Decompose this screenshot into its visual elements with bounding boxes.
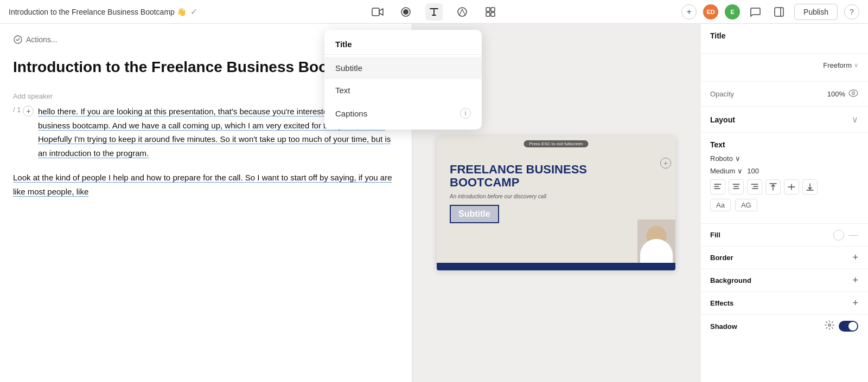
transcript-text-2[interactable]: Look at the kind of people I help and ho… — [13, 171, 399, 198]
dropdown-title: Title — [324, 34, 482, 52]
fill-remove[interactable]: — — [848, 229, 858, 241]
dropdown-item-subtitle[interactable]: Subtitle — [324, 57, 482, 79]
record-tool-button[interactable] — [397, 3, 414, 21]
text-tool-button[interactable] — [425, 3, 443, 21]
layout-expand-icon[interactable]: ∨ — [852, 114, 858, 125]
slide-person — [637, 219, 675, 263]
avatar-e: E — [725, 4, 740, 20]
border-add-button[interactable]: + — [852, 252, 858, 263]
publish-button[interactable]: Publish — [794, 4, 838, 20]
rp-text-section: Text Roboto ∨ Medium ∨ 100 — [700, 133, 868, 224]
shadow-toggle[interactable] — [839, 321, 858, 332]
rp-freeform-row: Freeform ∨ — [710, 61, 858, 69]
svg-point-9 — [14, 36, 22, 43]
svg-rect-0 — [372, 8, 379, 16]
rp-shadow-row: Shadow — [700, 315, 868, 338]
layout-label: Layout — [710, 115, 735, 124]
topbar-title: Introduction to the Freelance Business B… — [9, 7, 288, 17]
captions-info-icon[interactable]: i — [460, 108, 471, 119]
opacity-value: 100% — [827, 90, 845, 98]
dropdown-divider — [324, 54, 482, 55]
background-add-button[interactable]: + — [852, 275, 858, 286]
right-panel: Title Freeform ∨ Opacity 100% — [700, 24, 868, 382]
avatar-ed: ED — [703, 4, 718, 20]
freeform-value[interactable]: Freeform ∨ — [823, 61, 858, 69]
person-body — [640, 239, 673, 263]
topbar: Introduction to the Freelance Business B… — [0, 0, 868, 24]
help-button[interactable]: ? — [844, 4, 859, 20]
svg-rect-4 — [486, 8, 490, 11]
font-selector[interactable]: Roboto ∨ — [710, 154, 741, 163]
add-collaborator-button[interactable]: + — [681, 4, 697, 20]
rp-opacity-section: Opacity 100% — [700, 82, 868, 107]
dropdown-item-captions[interactable]: Captions i — [324, 101, 482, 125]
slide-main-title: FREELANCE BUSINESS BOOTCAMP — [450, 163, 587, 189]
svg-rect-7 — [491, 12, 495, 16]
grid-tool-button[interactable] — [482, 3, 499, 21]
shadow-settings-icon[interactable] — [825, 320, 834, 332]
font-weight-row: Medium ∨ 100 — [710, 167, 858, 175]
video-tool-button[interactable] — [369, 3, 386, 21]
border-label: Border — [710, 254, 733, 262]
rp-freeform-section: Freeform ∨ — [700, 54, 868, 82]
freeform-chevron: ∨ — [854, 62, 858, 69]
effects-add-button[interactable]: + — [852, 297, 858, 309]
effects-label: Effects — [710, 299, 733, 307]
dropdown-item-text[interactable]: Text — [324, 79, 482, 101]
rp-fill-row: Fill — — [700, 224, 868, 247]
slide-sub-italic: An introduction before our discovery cal… — [450, 193, 546, 199]
text-type-dropdown: Title Subtitle Text Captions i — [324, 30, 482, 130]
opacity-value-row: 100% — [827, 89, 858, 99]
rp-border-row: Border + — [700, 247, 868, 269]
valign-middle-button[interactable] — [784, 179, 799, 195]
add-element-button[interactable]: + — [660, 158, 671, 169]
fill-label: Fill — [710, 231, 720, 239]
slide-number: / 1 + — [13, 105, 35, 160]
valign-bottom-button[interactable] — [802, 179, 818, 195]
upper-case-button[interactable]: AG — [735, 199, 757, 211]
align-center-button[interactable] — [729, 179, 744, 195]
slide-subtitle-box[interactable]: Subtitle — [450, 205, 499, 223]
svg-rect-5 — [491, 8, 495, 11]
svg-rect-6 — [486, 12, 490, 16]
sidebar-toggle-button[interactable] — [770, 3, 788, 21]
fill-color-circle[interactable] — [833, 230, 844, 241]
background-label: Background — [710, 276, 751, 284]
comments-button[interactable] — [746, 3, 764, 21]
font-size-value[interactable]: 100 — [747, 167, 759, 175]
slide-preview[interactable]: Press ESC to exit fullscreen FREELANCE B… — [437, 136, 675, 270]
svg-point-11 — [852, 92, 855, 95]
opacity-row: Opacity 100% — [710, 89, 858, 99]
doc-title: Introduction to the Freelance Business B… — [9, 8, 186, 16]
actions-label: Actions... — [26, 35, 58, 44]
rp-title-section: Title — [700, 24, 868, 54]
svg-rect-8 — [775, 8, 783, 16]
save-check-icon: ✓ — [190, 7, 197, 17]
text-case-row: Aa AG — [710, 199, 858, 211]
svg-point-2 — [403, 9, 409, 15]
slide-top-bar: Press ESC to exit fullscreen — [524, 140, 588, 147]
rp-title-header: Title — [710, 31, 858, 40]
shape-tool-button[interactable] — [454, 3, 471, 21]
shadow-label: Shadow — [710, 322, 737, 331]
title-case-button[interactable]: Aa — [710, 199, 731, 211]
font-chevron: ∨ — [735, 154, 741, 163]
svg-point-10 — [849, 90, 858, 96]
visibility-icon[interactable] — [848, 89, 858, 99]
align-right-button[interactable] — [747, 179, 762, 195]
slide-bottom-bar — [437, 263, 675, 270]
text-label: Text — [710, 140, 725, 149]
rp-background-row: Background + — [700, 269, 868, 292]
text-align-row — [710, 179, 858, 195]
add-slide-button[interactable]: + — [23, 106, 34, 116]
align-left-button[interactable] — [710, 179, 725, 195]
topbar-tools — [295, 3, 574, 21]
layout-row: Layout ∨ — [710, 114, 858, 125]
text-header-row: Text — [710, 140, 858, 149]
valign-top-button[interactable] — [765, 179, 781, 195]
font-weight-selector[interactable]: Medium ∨ — [710, 167, 743, 175]
opacity-label: Opacity — [710, 90, 734, 98]
topbar-right: + ED E Publish ? — [580, 3, 859, 21]
weight-chevron: ∨ — [737, 167, 743, 175]
rp-layout-section: Layout ∨ — [700, 107, 868, 133]
